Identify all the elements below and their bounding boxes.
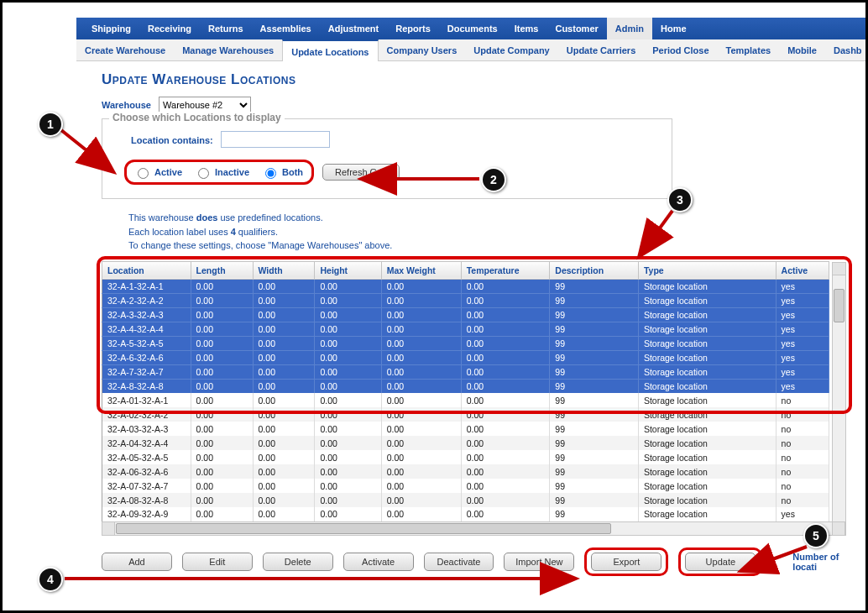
col-header-description[interactable]: Description	[550, 261, 639, 279]
table-row[interactable]: 32-A-07-32-A-70.000.000.000.000.0099Stor…	[102, 479, 829, 493]
col-header-temperature[interactable]: Temperature	[461, 261, 550, 279]
cell: Storage location	[638, 293, 776, 307]
topnav-item-items[interactable]: Items	[506, 18, 547, 39]
cell: Storage location	[638, 364, 776, 379]
cell: 0.00	[461, 336, 550, 350]
col-header-location[interactable]: Location	[102, 261, 191, 279]
cell: 0.00	[381, 422, 461, 436]
annotation-highlight-export: Export	[584, 548, 668, 576]
table-row[interactable]: 32-A-7-32-A-70.000.000.000.000.0099Stora…	[102, 364, 829, 379]
table-row[interactable]: 32-A-01-32-A-10.000.000.000.000.0099Stor…	[102, 393, 829, 407]
activate-button[interactable]: Activate	[343, 553, 414, 571]
col-header-height[interactable]: Height	[315, 261, 381, 279]
subnav-item-update-carriers[interactable]: Update Carriers	[558, 39, 645, 61]
warehouse-label: Warehouse	[102, 100, 151, 110]
cell: 99	[550, 493, 639, 507]
cell: 32-A-4-32-A-4	[102, 322, 191, 336]
cell: 0.00	[191, 450, 253, 464]
table-row[interactable]: 32-A-2-32-A-20.000.000.000.000.0099Stora…	[102, 293, 829, 307]
update-button[interactable]: Update	[685, 553, 756, 571]
subnav-item-manage-warehouses[interactable]: Manage Warehouses	[174, 39, 282, 61]
subnav-item-create-warehouse[interactable]: Create Warehouse	[76, 39, 174, 61]
radio-inactive[interactable]	[198, 168, 209, 179]
horizontal-scrollbar[interactable]	[102, 521, 845, 536]
add-button[interactable]: Add	[102, 553, 172, 571]
table-row[interactable]: 32-A-04-32-A-40.000.000.000.000.0099Stor…	[102, 436, 829, 450]
topnav-item-customer[interactable]: Customer	[546, 18, 606, 39]
cell: 0.00	[461, 479, 550, 493]
cell: 0.00	[381, 436, 461, 450]
topnav-item-adjustment[interactable]: Adjustment	[320, 18, 388, 39]
cell: 32-A-1-32-A-1	[102, 279, 191, 293]
table-row[interactable]: 32-A-3-32-A-30.000.000.000.000.0099Stora…	[102, 307, 829, 322]
cell: Storage location	[638, 322, 776, 336]
cell: 0.00	[315, 364, 381, 379]
subnav-item-update-company[interactable]: Update Company	[465, 39, 557, 61]
cell: 0.00	[381, 364, 461, 379]
vertical-scrollbar[interactable]	[832, 262, 846, 536]
table-row[interactable]: 32-A-09-32-A-90.000.000.000.000.0099Stor…	[102, 507, 829, 521]
refresh-grid-button[interactable]: Refresh Grid	[322, 164, 400, 181]
table-row[interactable]: 32-A-06-32-A-60.000.000.000.000.0099Stor…	[102, 464, 829, 479]
table-row[interactable]: 32-A-4-32-A-40.000.000.000.000.0099Stora…	[102, 322, 829, 336]
topnav-item-receiving[interactable]: Receiving	[139, 18, 200, 39]
subnav-item-templates[interactable]: Templates	[718, 39, 780, 61]
edit-button[interactable]: Edit	[182, 553, 253, 571]
locations-grid[interactable]: LocationLengthWidthHeightMax WeightTempe…	[102, 261, 829, 522]
cell: 0.00	[191, 422, 253, 436]
table-row[interactable]: 32-A-02-32-A-20.000.000.000.000.0099Stor…	[102, 407, 829, 422]
cell: 32-A-06-32-A-6	[102, 464, 191, 479]
cell: 0.00	[381, 379, 461, 393]
topnav-item-assemblies[interactable]: Assemblies	[252, 18, 320, 39]
delete-button[interactable]: Delete	[263, 553, 333, 571]
radio-active[interactable]	[138, 168, 149, 179]
table-row[interactable]: 32-A-05-32-A-50.000.000.000.000.0099Stor…	[102, 450, 829, 464]
cell: 32-A-05-32-A-5	[102, 450, 191, 464]
table-row[interactable]: 32-A-5-32-A-50.000.000.000.000.0099Stora…	[102, 336, 829, 350]
col-header-max-weight[interactable]: Max Weight	[381, 261, 461, 279]
radio-both[interactable]	[265, 168, 276, 179]
cell: 0.00	[253, 422, 315, 436]
cell: 0.00	[315, 450, 381, 464]
topnav-item-returns[interactable]: Returns	[200, 18, 252, 39]
cell: 0.00	[381, 307, 461, 322]
cell: Storage location	[638, 336, 776, 350]
cell: 0.00	[315, 322, 381, 336]
number-of-locations-label: Number of locati	[792, 552, 865, 572]
table-row[interactable]: 32-A-1-32-A-10.000.000.000.000.0099Stora…	[102, 279, 829, 293]
subnav-item-dashb[interactable]: Dashb	[825, 39, 868, 61]
warehouse-select[interactable]: Warehouse #2	[159, 97, 251, 113]
topnav-item-admin[interactable]: Admin	[607, 18, 652, 39]
location-contains-input[interactable]	[221, 131, 330, 148]
col-header-width[interactable]: Width	[253, 261, 315, 279]
subnav-item-company-users[interactable]: Company Users	[379, 39, 466, 61]
cell: 0.00	[461, 279, 550, 293]
annotation-marker-2: 2	[481, 167, 506, 192]
cell: yes	[776, 293, 829, 307]
subnav-item-period-close[interactable]: Period Close	[644, 39, 717, 61]
export-button[interactable]: Export	[591, 553, 661, 571]
topnav-item-reports[interactable]: Reports	[387, 18, 439, 39]
col-header-active[interactable]: Active	[776, 261, 829, 279]
cell: Storage location	[638, 379, 776, 393]
topnav-item-documents[interactable]: Documents	[439, 18, 506, 39]
table-row[interactable]: 32-A-6-32-A-60.000.000.000.000.0099Stora…	[102, 350, 829, 364]
col-header-length[interactable]: Length	[191, 261, 253, 279]
cell: yes	[776, 364, 829, 379]
table-row[interactable]: 32-A-08-32-A-80.000.000.000.000.0099Stor…	[102, 493, 829, 507]
import-new-button[interactable]: Import New	[504, 553, 574, 571]
col-header-type[interactable]: Type	[638, 261, 776, 279]
cell: 99	[550, 322, 639, 336]
subnav-item-update-locations[interactable]: Update Locations	[282, 39, 378, 61]
topnav-item-home[interactable]: Home	[652, 18, 695, 39]
subnav-item-mobile[interactable]: Mobile	[779, 39, 825, 61]
cell: no	[776, 393, 829, 407]
cell: 32-A-09-32-A-9	[102, 507, 191, 521]
cell: Storage location	[638, 407, 776, 422]
table-row[interactable]: 32-A-03-32-A-30.000.000.000.000.0099Stor…	[102, 422, 829, 436]
deactivate-button[interactable]: Deactivate	[424, 553, 494, 571]
topnav-item-shipping[interactable]: Shipping	[83, 18, 139, 39]
locations-grid-wrap: LocationLengthWidthHeightMax WeightTempe…	[102, 261, 849, 536]
table-row[interactable]: 32-A-8-32-A-80.000.000.000.000.0099Stora…	[102, 379, 829, 393]
cell: 0.00	[381, 293, 461, 307]
